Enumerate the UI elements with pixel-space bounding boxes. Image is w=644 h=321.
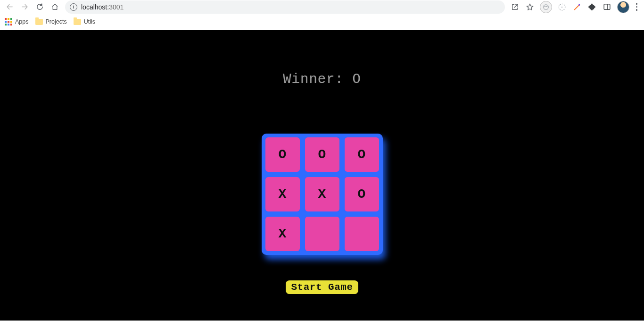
cell-8[interactable] bbox=[344, 216, 380, 252]
folder-icon bbox=[35, 19, 43, 25]
cell-6[interactable]: X bbox=[264, 216, 301, 252]
start-game-button[interactable]: Start Game bbox=[286, 280, 358, 294]
extensions-icon[interactable] bbox=[587, 2, 597, 12]
extension-wand-icon[interactable] bbox=[572, 2, 582, 12]
apps-icon bbox=[5, 18, 12, 25]
svg-point-9 bbox=[578, 4, 580, 5]
chrome-menu-icon[interactable] bbox=[634, 3, 640, 11]
svg-point-7 bbox=[561, 6, 562, 7]
bookmark-projects[interactable]: Projects bbox=[35, 18, 67, 25]
bookmark-utils-label: Utils bbox=[84, 18, 95, 25]
bookmark-star-icon[interactable] bbox=[525, 2, 535, 12]
bookmark-projects-label: Projects bbox=[46, 18, 67, 25]
bookmarks-apps[interactable]: Apps bbox=[5, 18, 29, 25]
extension-ghostery-icon[interactable] bbox=[540, 1, 552, 13]
toolbar-right-icons bbox=[510, 1, 642, 13]
svg-rect-10 bbox=[604, 4, 610, 9]
folder-icon bbox=[74, 19, 81, 25]
back-button[interactable] bbox=[3, 0, 16, 14]
cell-0[interactable]: O bbox=[264, 136, 301, 173]
home-button[interactable] bbox=[48, 0, 61, 14]
bookmarks-bar: Apps Projects Utils bbox=[0, 14, 644, 30]
game-board-container: O O O X X O X bbox=[262, 134, 383, 255]
cell-5[interactable]: O bbox=[344, 176, 380, 212]
svg-point-3 bbox=[543, 4, 548, 9]
bookmark-utils[interactable]: Utils bbox=[74, 18, 95, 25]
forward-button[interactable] bbox=[18, 0, 31, 14]
svg-point-5 bbox=[546, 6, 547, 7]
site-info-icon[interactable]: i bbox=[70, 3, 77, 11]
cell-2[interactable]: O bbox=[344, 136, 380, 173]
game-status: Winner: O bbox=[283, 72, 361, 87]
side-panel-icon[interactable] bbox=[602, 2, 612, 12]
svg-line-8 bbox=[574, 5, 578, 9]
profile-avatar[interactable] bbox=[617, 1, 629, 13]
game-board: O O O X X O X bbox=[264, 136, 380, 252]
game-page: Winner: O O O O X X O X Start Game bbox=[0, 30, 644, 321]
browser-toolbar: i localhost:3001 bbox=[0, 0, 644, 14]
svg-marker-2 bbox=[527, 4, 533, 10]
browser-chrome: i localhost:3001 bbox=[0, 0, 644, 30]
cell-1[interactable]: O bbox=[304, 136, 340, 173]
svg-point-4 bbox=[545, 6, 545, 7]
extension-clock-icon[interactable] bbox=[557, 2, 567, 12]
address-bar[interactable]: i localhost:3001 bbox=[65, 0, 505, 14]
cell-3[interactable]: X bbox=[264, 176, 301, 212]
bookmarks-apps-label: Apps bbox=[15, 18, 29, 25]
reload-button[interactable] bbox=[33, 0, 46, 14]
cell-4[interactable]: X bbox=[304, 176, 340, 212]
cell-7[interactable] bbox=[304, 216, 340, 252]
url-text: localhost:3001 bbox=[81, 3, 124, 11]
share-icon[interactable] bbox=[510, 2, 520, 12]
